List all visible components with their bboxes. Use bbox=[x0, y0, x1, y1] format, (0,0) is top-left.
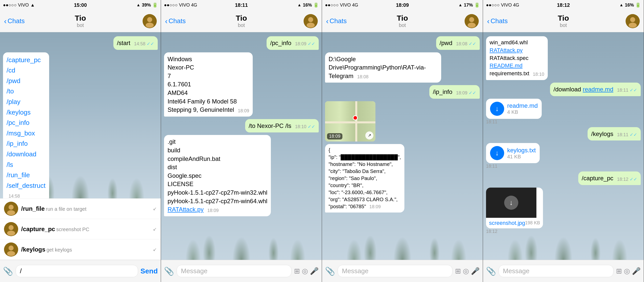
emoji-icon-4[interactable]: ◎ bbox=[624, 267, 630, 275]
input-bar-4: 📎 Message ⊞ ◎ 🎤 bbox=[483, 260, 644, 282]
time-2: 18:11 bbox=[235, 2, 248, 8]
screenshot-bubble[interactable]: ↓ screenshot.jpg 198 KB bbox=[486, 188, 543, 228]
bubble-sent: /ip_info 18:09 ✓✓ bbox=[429, 85, 480, 99]
chat-list-item[interactable]: /capture_pc screenshot PC ↙ bbox=[0, 219, 161, 239]
location-icon-4: ▲ bbox=[619, 3, 623, 7]
chat-subtitle-1: bot bbox=[77, 22, 84, 28]
chat-title-3: Tio bbox=[397, 14, 408, 22]
link-text[interactable]: readme.md bbox=[583, 86, 613, 93]
list-item[interactable]: /run_file bbox=[7, 170, 46, 181]
list-item[interactable]: /pwd bbox=[7, 76, 46, 86]
nav-bar-2: ‹ Chats Tio bot bbox=[161, 10, 322, 32]
list-item[interactable]: /msg_box bbox=[7, 128, 46, 139]
wifi-icon-1: ▲ bbox=[30, 3, 35, 8]
status-bar-2: ●●○○○ VIVO 4G 18:11 ▲ 16% 🔋 bbox=[161, 0, 322, 10]
map-bubble[interactable]: 18:09 ↗ bbox=[325, 101, 375, 142]
send-button-1[interactable]: Send bbox=[141, 267, 158, 275]
message-input-1[interactable]: / bbox=[16, 265, 138, 277]
msg-row: /pwd 18:08 ✓✓ bbox=[325, 36, 480, 50]
svg-point-8 bbox=[7, 231, 15, 236]
bubble-sent: /start 14:58 ✓✓ bbox=[113, 36, 158, 50]
back-button-4[interactable]: ‹ Chats bbox=[487, 17, 508, 25]
chat-area-1: /start 14:58 ✓✓ /capture_pc /cd /pwd /to… bbox=[0, 32, 161, 198]
message-input-2[interactable]: Message bbox=[177, 265, 292, 277]
filename-keylogs: keylogs.txt bbox=[507, 147, 536, 154]
chat-content-3: /pwd 18:08 ✓✓ D:\Google Drive\Programmin… bbox=[325, 36, 480, 213]
avatar-2[interactable] bbox=[304, 14, 318, 28]
sticker-icon-4[interactable]: ⊞ bbox=[616, 267, 622, 275]
list-item[interactable]: /download bbox=[7, 149, 46, 160]
list-item[interactable]: /play bbox=[7, 97, 46, 107]
emoji-icon-3[interactable]: ◎ bbox=[463, 267, 469, 275]
check-icon: ✓✓ bbox=[630, 88, 637, 93]
link-text[interactable]: RATAttack.py bbox=[490, 47, 523, 53]
msg-text: win_amd64.whl RATAttack.py RATAttack.spe… bbox=[490, 39, 529, 77]
link-text[interactable]: RATAttack.py bbox=[168, 206, 204, 213]
msg-time: 18:09 bbox=[369, 204, 381, 210]
filesize-keylogs: 41 KB bbox=[507, 154, 536, 160]
svg-point-19 bbox=[630, 17, 635, 22]
avatar-4[interactable] bbox=[626, 14, 640, 28]
message-input-3[interactable]: Message bbox=[338, 265, 453, 277]
attach-icon-3[interactable]: 📎 bbox=[325, 266, 335, 276]
back-label-3[interactable]: Chats bbox=[330, 17, 347, 25]
attach-icon-1[interactable]: 📎 bbox=[3, 266, 13, 276]
svg-point-1 bbox=[147, 17, 152, 22]
mic-icon-4[interactable]: 🎤 bbox=[632, 267, 641, 275]
mic-icon[interactable]: 🎤 bbox=[310, 267, 319, 275]
msg-text: { "ip": "████████████████", "hostname": … bbox=[329, 147, 401, 209]
link-text[interactable]: README.md bbox=[490, 62, 523, 69]
chat-list-item[interactable]: /run_file run a file on target ↙ bbox=[0, 199, 161, 219]
sticker-icon[interactable]: ⊞ bbox=[294, 267, 300, 275]
list-item[interactable]: /ip_info bbox=[7, 138, 46, 149]
download-bubble[interactable]: ↓ readme.md 4 KB bbox=[486, 99, 542, 119]
back-button-2[interactable]: ‹ Chats bbox=[165, 17, 186, 25]
list-item[interactable]: /cd bbox=[7, 65, 46, 76]
message-input-4[interactable]: Message bbox=[499, 265, 614, 277]
msg-time: 18:11 bbox=[486, 119, 497, 125]
back-label-2[interactable]: Chats bbox=[169, 17, 186, 25]
list-item[interactable]: /pc_info bbox=[7, 118, 46, 128]
attach-icon-2[interactable]: 📎 bbox=[164, 266, 174, 276]
command-list: /capture_pc /cd /pwd /to /play /keylogs … bbox=[7, 55, 46, 191]
list-item[interactable]: /self_destruct bbox=[7, 181, 46, 191]
screen-1: ●●○○○ VIVO ▲ 15:00 ▲ 39% 🔋 ‹ Chats Tio b… bbox=[0, 0, 161, 282]
check-icon: ✓✓ bbox=[469, 41, 476, 46]
list-item[interactable]: /capture_pc bbox=[7, 55, 46, 65]
mic-icon-3[interactable]: 🎤 bbox=[471, 267, 480, 275]
msg-time: 18:10 bbox=[533, 71, 544, 78]
list-item[interactable]: /keylogs bbox=[7, 107, 46, 118]
download-info-keylogs: keylogs.txt 41 KB bbox=[507, 147, 536, 160]
back-label-4[interactable]: Chats bbox=[491, 17, 508, 25]
emoji-icon[interactable]: ◎ bbox=[302, 267, 308, 275]
bubble-sent: /to Nexor-PC /ls 18:10 ✓✓ bbox=[245, 119, 319, 133]
bubble-sent: /download readme.md 18:11 ✓✓ bbox=[550, 83, 641, 96]
avatar-1[interactable] bbox=[143, 14, 157, 28]
attach-icon-4[interactable]: 📎 bbox=[486, 266, 496, 276]
download-icon-keylogs: ↓ bbox=[490, 146, 504, 160]
bubble-received: D:\Google Drive\Programming\Python\RAT-v… bbox=[325, 52, 441, 83]
chat-cmd-title: /capture_pc bbox=[21, 226, 55, 232]
avatar-3[interactable] bbox=[465, 14, 479, 28]
chat-list-item[interactable]: /keylogs get keylogs ↙ bbox=[0, 239, 161, 260]
msg-time: 18:09 bbox=[238, 108, 249, 114]
nav-title-1: Tio bot bbox=[75, 14, 86, 28]
avatar bbox=[4, 222, 18, 236]
map-share-button[interactable]: ↗ bbox=[365, 131, 373, 139]
download-bubble-keylogs[interactable]: ↓ keylogs.txt 41 KB bbox=[486, 143, 540, 163]
back-button-1[interactable]: ‹ Chats bbox=[4, 17, 25, 25]
svg-point-11 bbox=[7, 251, 15, 256]
location-icon-2: ▲ bbox=[297, 3, 301, 7]
back-button-3[interactable]: ‹ Chats bbox=[326, 17, 347, 25]
chevron-left-icon-3: ‹ bbox=[326, 17, 329, 25]
sticker-icon-3[interactable]: ⊞ bbox=[455, 267, 461, 275]
avatar bbox=[4, 202, 18, 216]
back-label-1[interactable]: Chats bbox=[8, 17, 25, 25]
list-item[interactable]: /to bbox=[7, 86, 46, 97]
time-3: 18:09 bbox=[396, 2, 409, 8]
autocomplete-list: /run_file run a file on target ↙ /captur… bbox=[0, 198, 161, 260]
map-pin bbox=[353, 115, 358, 120]
screenshot-preview: ↓ bbox=[486, 188, 536, 218]
list-item[interactable]: /ls bbox=[7, 160, 46, 170]
time-1: 15:00 bbox=[74, 2, 87, 8]
